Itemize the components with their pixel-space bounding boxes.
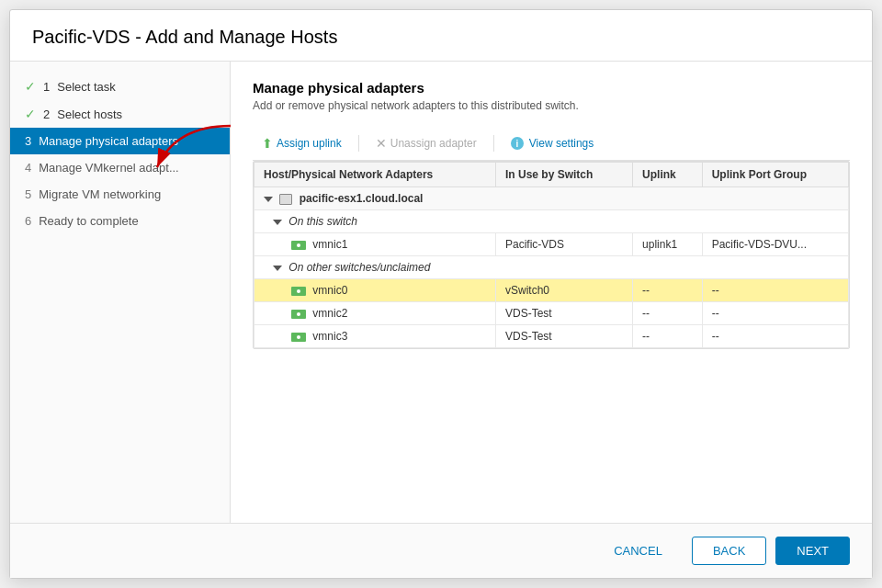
vmnic3-portgroup: -- xyxy=(702,325,848,348)
nic-icon xyxy=(291,310,306,319)
table-row[interactable]: vmnic2 VDS-Test -- -- xyxy=(254,302,849,325)
vmnic1-name: vmnic1 xyxy=(312,238,347,251)
sidebar-item-manage-vmkernel[interactable]: 4 Manage VMkernel adapt... xyxy=(10,154,230,181)
host-server-icon xyxy=(279,194,292,205)
info-icon: i xyxy=(511,137,524,150)
sidebar-item-text-2: Select hosts xyxy=(57,107,122,121)
next-button[interactable]: NEXT xyxy=(775,537,850,565)
toolbar: ⬆ Assign uplink ✕ Unassign adapter i Vie… xyxy=(253,127,850,161)
on-this-switch-label: On this switch xyxy=(288,215,357,228)
vmnic3-switch: VDS-Test xyxy=(495,325,632,348)
view-settings-label: View settings xyxy=(529,137,594,150)
vmnic0-uplink: -- xyxy=(633,279,703,302)
toolbar-separator-2 xyxy=(493,135,494,152)
sidebar-item-select-hosts[interactable]: ✓ 2 Select hosts xyxy=(10,100,230,128)
nic-icon xyxy=(291,333,306,342)
assign-uplink-button[interactable]: ⬆ Assign uplink xyxy=(253,132,351,154)
check-icon-1: ✓ xyxy=(25,79,36,94)
table-row[interactable]: vmnic0 vSwitch0 -- -- xyxy=(254,279,849,302)
nic-icon xyxy=(291,241,306,250)
sidebar-item-migrate-vm[interactable]: 5 Migrate VM networking xyxy=(10,181,230,208)
dialog-body: ✓ 1 Select task ✓ 2 Select hosts 3 Manag… xyxy=(10,62,872,523)
sidebar-item-text-4: Manage VMkernel adapt... xyxy=(39,161,178,175)
expand-switch-icon xyxy=(273,220,282,225)
host-name: pacific-esx1.cloud.local xyxy=(300,192,424,205)
sidebar-item-select-task[interactable]: ✓ 1 Select task xyxy=(10,73,230,100)
unassign-label: Unassign adapter xyxy=(390,137,477,150)
col-host: Host/Physical Network Adapters xyxy=(254,163,496,187)
assign-uplink-label: Assign uplink xyxy=(277,137,342,150)
step-num-4: 4 xyxy=(25,161,31,175)
sidebar-item-text-3: Manage physical adapters xyxy=(39,134,178,148)
sidebar: ✓ 1 Select task ✓ 2 Select hosts 3 Manag… xyxy=(10,62,231,523)
expand-other-icon xyxy=(273,266,282,271)
assign-uplink-icon: ⬆ xyxy=(262,136,273,151)
sidebar-item-text-6: Ready to complete xyxy=(39,214,138,228)
step-num-5: 5 xyxy=(25,187,31,201)
sidebar-item-label-2: 2 xyxy=(43,107,50,121)
vmnic0-portgroup: -- xyxy=(702,279,848,302)
vmnic2-portgroup: -- xyxy=(702,302,848,325)
vmnic1-uplink: uplink1 xyxy=(633,233,703,256)
step-num-6: 6 xyxy=(25,214,31,228)
back-button[interactable]: BACK xyxy=(692,537,766,565)
check-icon-2: ✓ xyxy=(25,107,36,121)
col-in-use: In Use by Switch xyxy=(495,163,632,187)
main-dialog: Pacific-VDS - Add and Manage Hosts ✓ 1 S… xyxy=(9,9,873,579)
view-settings-button[interactable]: i View settings xyxy=(502,133,603,153)
vmnic2-switch: VDS-Test xyxy=(495,302,632,325)
table-row[interactable]: vmnic3 VDS-Test -- -- xyxy=(254,325,849,348)
sidebar-item-label-1: 1 xyxy=(43,80,50,94)
nic-icon xyxy=(291,287,306,296)
sidebar-item-manage-physical[interactable]: 3 Manage physical adapters xyxy=(10,128,230,154)
toolbar-separator-1 xyxy=(358,135,359,152)
col-uplink: Uplink xyxy=(633,163,703,187)
unassign-adapter-button[interactable]: ✕ Unassign adapter xyxy=(367,132,486,154)
sidebar-item-text-5: Migrate VM networking xyxy=(39,187,161,201)
vmnic3-name: vmnic3 xyxy=(312,330,347,343)
col-portgroup: Uplink Port Group xyxy=(702,163,848,187)
section-title: Manage physical adapters xyxy=(253,80,850,96)
main-content: Manage physical adapters Add or remove p… xyxy=(231,62,872,523)
vmnic2-name: vmnic2 xyxy=(312,307,347,320)
on-other-switches-label: On other switches/unclaimed xyxy=(288,261,430,274)
vmnic2-uplink: -- xyxy=(633,302,703,325)
step-num-3: 3 xyxy=(25,134,31,148)
on-other-switches-row: On other switches/unclaimed xyxy=(254,256,849,279)
sidebar-item-text-1: Select task xyxy=(57,80,116,94)
expand-host-icon xyxy=(264,197,273,202)
vmnic3-uplink: -- xyxy=(633,325,703,348)
cancel-button[interactable]: CANCEL xyxy=(594,537,683,565)
vmnic0-name: vmnic0 xyxy=(312,284,347,297)
unassign-icon: ✕ xyxy=(376,136,387,151)
adapter-table: Host/Physical Network Adapters In Use by… xyxy=(254,162,849,348)
vmnic1-portgroup: Pacific-VDS-DVU... xyxy=(702,233,848,256)
vmnic1-switch: Pacific-VDS xyxy=(495,233,632,256)
dialog-footer: CANCEL BACK NEXT xyxy=(10,523,872,578)
adapter-table-wrapper: Host/Physical Network Adapters In Use by… xyxy=(253,161,850,349)
section-desc: Add or remove physical network adapters … xyxy=(253,99,850,112)
table-row[interactable]: vmnic1 Pacific-VDS uplink1 Pacific-VDS-D… xyxy=(254,233,849,256)
host-group-row: pacific-esx1.cloud.local xyxy=(254,187,849,210)
vmnic0-switch: vSwitch0 xyxy=(495,279,632,302)
table-header-row: Host/Physical Network Adapters In Use by… xyxy=(254,163,849,187)
on-this-switch-row: On this switch xyxy=(254,210,849,233)
sidebar-item-ready[interactable]: 6 Ready to complete xyxy=(10,208,230,234)
dialog-title: Pacific-VDS - Add and Manage Hosts xyxy=(10,10,872,62)
